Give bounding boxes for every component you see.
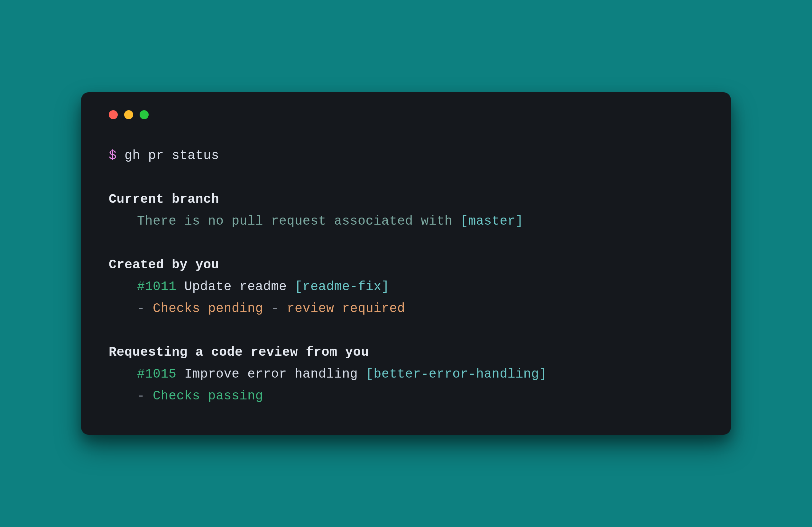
pr-number: #1011: [137, 280, 177, 294]
window-controls: [109, 110, 703, 119]
prompt-symbol: $: [109, 149, 117, 163]
pr-item: #1015 Improve error handling [better-err…: [109, 363, 703, 385]
pr-branch: [better-error-handling]: [366, 367, 547, 381]
close-icon[interactable]: [109, 110, 118, 119]
prompt-line: $ gh pr status: [109, 145, 703, 167]
section-requesting-review: Requesting a code review from you #1015 …: [109, 342, 703, 407]
section-header: Current branch: [109, 189, 703, 210]
pr-title: Improve error handling: [177, 367, 366, 381]
pr-item: #1011 Update readme [readme-fix]: [109, 276, 703, 298]
minimize-icon[interactable]: [124, 110, 133, 119]
section-created-by-you: Created by you #1011 Update readme [read…: [109, 254, 703, 320]
maximize-icon[interactable]: [140, 110, 149, 119]
pr-status-line: - Checks pending - review required: [109, 298, 703, 320]
pr-status-line: - Checks passing: [109, 385, 703, 407]
branch-status-line: There is no pull request associated with…: [109, 210, 703, 232]
review-status: review required: [287, 301, 405, 316]
command-text: gh pr status: [125, 149, 219, 163]
status-dash: -: [137, 389, 153, 403]
terminal-window: $ gh pr status Current branch There is n…: [81, 92, 731, 435]
branch-message: There is no pull request associated with: [137, 214, 460, 228]
status-dash: -: [137, 301, 153, 316]
status-dash: -: [263, 301, 287, 316]
pr-title: Update readme: [177, 280, 295, 294]
section-current-branch: Current branch There is no pull request …: [109, 189, 703, 232]
pr-branch: [readme-fix]: [295, 280, 389, 294]
branch-name: [master]: [460, 214, 523, 228]
section-header: Requesting a code review from you: [109, 342, 703, 363]
checks-status: Checks pending: [153, 301, 263, 316]
terminal-content[interactable]: $ gh pr status Current branch There is n…: [109, 145, 703, 407]
checks-status: Checks passing: [153, 389, 263, 403]
section-header: Created by you: [109, 254, 703, 276]
pr-number: #1015: [137, 367, 177, 381]
